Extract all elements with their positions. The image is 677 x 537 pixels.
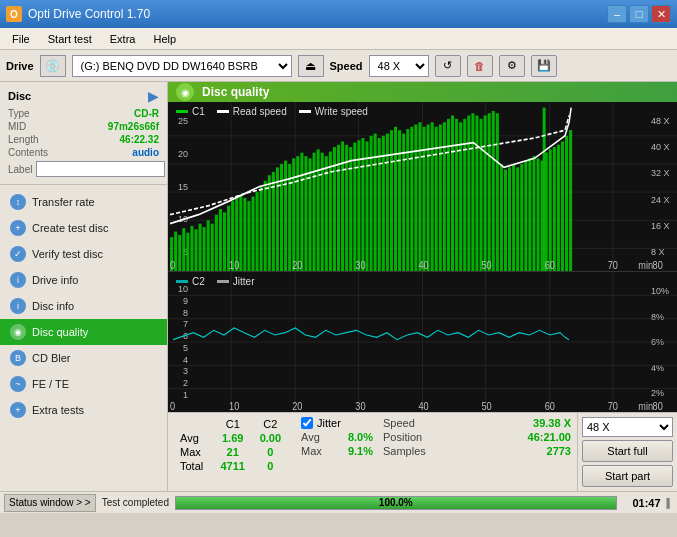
svg-rect-107 — [553, 147, 556, 271]
svg-rect-90 — [488, 113, 491, 271]
chart-header: ◉ Disc quality — [168, 82, 677, 102]
close-button[interactable]: ✕ — [651, 5, 671, 23]
svg-rect-82 — [455, 119, 458, 271]
svg-rect-110 — [565, 136, 568, 271]
sidebar-item-transfer-rate[interactable]: ↕ Transfer rate — [0, 189, 167, 215]
sidebar-item-fe-te[interactable]: ~ FE / TE — [0, 371, 167, 397]
svg-rect-68 — [398, 130, 401, 271]
stats-total-c1: 4711 — [214, 459, 252, 473]
stats-max-c2: 0 — [252, 445, 289, 459]
settings-button[interactable]: ⚙ — [499, 55, 525, 77]
legend-c1: C1 — [176, 106, 205, 117]
svg-rect-100 — [528, 158, 531, 271]
svg-rect-35 — [264, 181, 267, 271]
left-panel: Disc ▶ Type CD-R MID 97m26s66f Length 46… — [0, 82, 168, 491]
verify-disc-icon: ✓ — [10, 246, 26, 262]
title-bar: O Opti Drive Control 1.70 – □ ✕ — [0, 0, 677, 28]
samples-stat-value: 2773 — [547, 445, 571, 457]
svg-text:30: 30 — [355, 259, 365, 271]
menu-file[interactable]: File — [4, 31, 38, 47]
start-part-button[interactable]: Start part — [582, 465, 673, 487]
svg-rect-61 — [370, 136, 373, 271]
nav-label-extra-tests: Extra tests — [32, 404, 84, 416]
jitter-max-value: 9.1% — [348, 445, 373, 457]
svg-rect-51 — [329, 152, 332, 271]
svg-text:50: 50 — [482, 259, 492, 271]
sidebar-item-disc-info[interactable]: i Disc info — [0, 293, 167, 319]
sidebar-item-verify-test-disc[interactable]: ✓ Verify test disc — [0, 241, 167, 267]
menu-extra[interactable]: Extra — [102, 31, 144, 47]
minimize-button[interactable]: – — [607, 5, 627, 23]
svg-text:10: 10 — [229, 400, 240, 412]
svg-rect-56 — [349, 147, 352, 271]
main-content: Disc ▶ Type CD-R MID 97m26s66f Length 46… — [0, 82, 677, 491]
svg-rect-88 — [480, 119, 483, 271]
svg-rect-80 — [447, 119, 450, 271]
drive-info-icon: i — [10, 272, 26, 288]
speed-select[interactable]: 48 X — [369, 55, 429, 77]
status-text: Test completed — [102, 497, 169, 508]
chart-bottom-legend: C2 Jitter — [176, 276, 254, 287]
save-button[interactable]: 💾 — [531, 55, 557, 77]
svg-rect-97 — [516, 167, 519, 271]
svg-rect-95 — [508, 167, 511, 271]
svg-rect-71 — [410, 127, 413, 271]
disc-info-icon: i — [10, 298, 26, 314]
sidebar-item-cd-bler[interactable]: B CD Bler — [0, 345, 167, 371]
svg-text:20: 20 — [292, 259, 302, 271]
status-window-button[interactable]: Status window > > — [4, 494, 96, 512]
drive-label: Drive — [6, 60, 34, 72]
svg-rect-54 — [341, 141, 344, 271]
sidebar-item-disc-quality[interactable]: ◉ Disc quality — [0, 319, 167, 345]
app-icon: O — [6, 6, 22, 22]
legend-c2: C2 — [176, 276, 205, 287]
svg-rect-81 — [451, 116, 454, 271]
svg-rect-74 — [423, 127, 426, 271]
nav-label-drive-info: Drive info — [32, 274, 78, 286]
svg-rect-29 — [239, 194, 242, 271]
nav-label-disc-quality: Disc quality — [32, 326, 88, 338]
chart-top-legend: C1 Read speed Write speed — [176, 106, 368, 117]
status-indicator: ▌ — [667, 498, 673, 508]
svg-rect-75 — [427, 125, 430, 271]
svg-text:30: 30 — [355, 400, 366, 412]
refresh-button[interactable]: ↺ — [435, 55, 461, 77]
sidebar-item-extra-tests[interactable]: + Extra tests — [0, 397, 167, 423]
nav-label-transfer-rate: Transfer rate — [32, 196, 95, 208]
stats-header-c2: C2 — [252, 417, 289, 431]
svg-text:20: 20 — [292, 400, 303, 412]
maximize-button[interactable]: □ — [629, 5, 649, 23]
label-input[interactable] — [36, 161, 165, 177]
chart-top-svg: 0 10 20 30 40 50 60 70 80 min — [168, 102, 677, 271]
menu-help[interactable]: Help — [145, 31, 184, 47]
sidebar-item-create-test-disc[interactable]: + Create test disc — [0, 215, 167, 241]
svg-text:80: 80 — [653, 259, 663, 271]
svg-rect-96 — [512, 164, 515, 271]
svg-text:min: min — [638, 259, 653, 271]
start-full-button[interactable]: Start full — [582, 440, 673, 462]
label-field-label: Label — [8, 164, 32, 175]
mid-label: MID — [8, 121, 26, 132]
svg-rect-24 — [219, 209, 222, 271]
jitter-checkbox[interactable] — [301, 417, 313, 429]
samples-stat-label: Samples — [383, 445, 426, 457]
sidebar-item-drive-info[interactable]: i Drive info — [0, 267, 167, 293]
svg-rect-60 — [365, 141, 368, 271]
menu-bar: File Start test Extra Help — [0, 28, 677, 50]
svg-rect-91 — [492, 111, 495, 271]
svg-text:10: 10 — [229, 259, 239, 271]
erase-button[interactable]: 🗑 — [467, 55, 493, 77]
svg-rect-49 — [321, 153, 324, 271]
cd-bler-icon: B — [10, 350, 26, 366]
transfer-rate-icon: ↕ — [10, 194, 26, 210]
svg-rect-17 — [190, 226, 193, 271]
menu-start-test[interactable]: Start test — [40, 31, 100, 47]
svg-rect-111 — [569, 130, 572, 271]
drive-select[interactable]: (G:) BENQ DVD DD DW1640 BSRB — [72, 55, 292, 77]
eject-button[interactable]: ⏏ — [298, 55, 324, 77]
svg-rect-55 — [345, 145, 348, 271]
action-speed-select[interactable]: 48 X — [582, 417, 673, 437]
nav-label-cd-bler: CD Bler — [32, 352, 71, 364]
drive-icon-button[interactable]: 💿 — [40, 55, 66, 77]
position-stat-value: 46:21.00 — [528, 431, 571, 443]
